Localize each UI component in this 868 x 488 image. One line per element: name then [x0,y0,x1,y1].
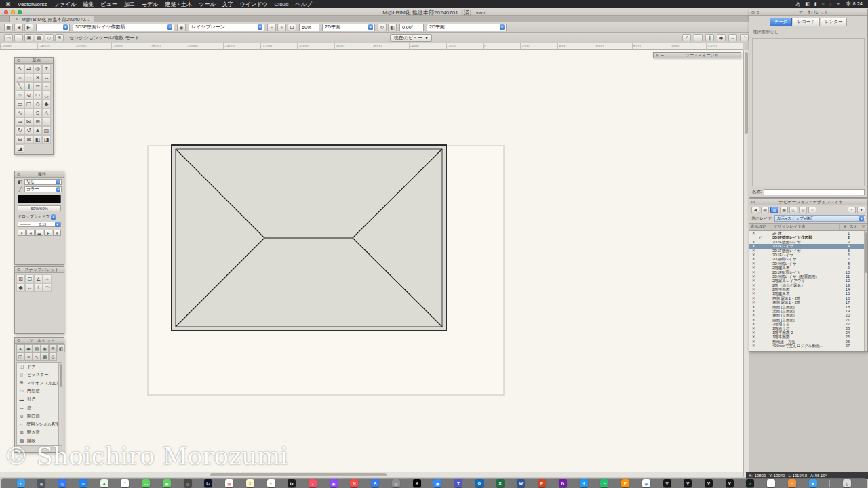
class-dropdown[interactable]: ▾ [36,24,70,31]
wifi-icon[interactable]: ≈ [822,2,825,7]
constraint-perpendicular-icon[interactable]: ⊥ [694,34,703,41]
mode-touching[interactable]: ▩ [35,34,43,41]
messages[interactable]: … [142,479,150,487]
pan-tool[interactable]: ⇄ [24,64,33,73]
menu-item[interactable]: ビュー [100,1,117,8]
toolset-site[interactable]: ▤ [33,344,41,352]
other-layers-dropdown[interactable]: 表示+スナップ+修正 ▾ [774,215,865,222]
dimension-tool[interactable]: ⇔ [42,82,51,91]
active-layer-dropdown[interactable]: 3D3F壁面レイヤ作図順 ▾ [73,24,174,31]
toolset-interior[interactable]: ◆ [24,344,33,352]
viewbar-menu-icon[interactable]: ▦ [4,24,13,31]
column-story[interactable]: ストーリ [848,224,867,230]
collapse-icon[interactable]: ━ [661,53,664,58]
menubar-clock[interactable]: 水 8:24 [846,1,863,7]
circle-tool[interactable]: ○ [16,91,24,100]
gradient-tool[interactable]: ◨ [42,135,51,144]
snap-palette-title-bar[interactable]: スナップパレット [15,267,64,273]
vertical-scrollbar-thumb[interactable] [745,52,748,134]
connect-tool[interactable]: ∟ [42,117,51,126]
vectorworks-2019[interactable]: V [684,479,692,487]
tool-wall[interactable]: ═ 壁 [17,404,62,412]
menu-item[interactable]: 加工 [124,1,135,8]
rotate-tool[interactable]: ↻ [16,126,24,135]
render-mode-dropdown[interactable]: 2D平面 ▾ [427,24,507,31]
horizontal-scrollbar-thumb[interactable] [210,473,387,476]
view-dropdown[interactable]: 2D平面 ▾ [322,24,375,31]
data-palette-tab[interactable]: データ [770,18,792,26]
zoom-out-icon[interactable]: − [267,24,276,31]
toolset-misc[interactable]: ⊙ [49,352,57,361]
tab-classes-icon[interactable]: ▤ [761,207,769,214]
reminders[interactable]: ● [267,479,275,487]
control-center-icon[interactable]: ≡ [837,2,840,7]
vectorworks-2020[interactable]: V [705,479,713,487]
tab-sheet-layers-icon[interactable]: ▦ [780,207,788,214]
marker-line-button[interactable]: ▬ [35,230,43,236]
palette-close-button[interactable] [17,59,20,62]
clip-tool[interactable]: ⊟ [16,135,24,144]
tab-viewports-icon[interactable]: ◫ [789,207,797,214]
projection-icon[interactable]: ◧ [388,24,397,31]
mode-lasso[interactable]: ◌ [14,34,23,41]
outlook[interactable]: O [475,479,484,487]
polyline-tool[interactable]: ∿ [16,108,24,117]
polygon-tool[interactable]: ◇ [33,100,42,108]
finder[interactable]: ◐ [17,479,25,487]
toolset-stairs[interactable]: ≡ [24,352,33,361]
mode-rectangle-marquee[interactable]: ▭ [4,34,13,41]
drawing-canvas[interactable] [0,50,743,472]
oval-tool[interactable]: ⊙ [24,91,33,100]
zoom-in-icon[interactable]: ＋ [277,24,286,31]
tool-round-wall[interactable]: ◠ 円型壁 [17,388,62,396]
column-layer-name[interactable]: デザインレイヤ名 [772,224,840,230]
tab-close-icon[interactable]: ✕ [15,16,18,22]
vertical-scrollbar[interactable] [743,50,749,477]
double-line-tool[interactable]: ∥ [24,82,33,91]
marker-right-button[interactable]: ► [44,230,52,236]
constraint-tangent-icon[interactable]: ◠ [740,34,749,41]
photo-booth[interactable]: ◎ [184,479,192,487]
preview[interactable]: ◔ [767,479,775,487]
snap-distance[interactable]: ↔ [25,283,34,292]
layer-table-scrollbar[interactable] [864,231,867,351]
eraser-tool[interactable]: ✕ [33,73,42,82]
tape-measure-tool[interactable]: ↔ [42,73,51,82]
regular-polygon-tool[interactable]: ◆ [42,100,51,108]
menu-item[interactable]: Vectorworks [18,1,47,7]
menu-item[interactable]: 編集 [83,1,94,8]
system-settings[interactable]: ◎ [392,479,400,487]
constraint-distance-icon[interactable]: ↔ [728,34,737,41]
notes[interactable]: ≡ [246,479,254,487]
menu-item[interactable]: Cloud [275,1,289,7]
rotation-angle-field[interactable]: 0.00° [399,24,424,31]
snap-tangent[interactable]: ◠ [43,283,52,292]
object-name-field[interactable] [764,189,865,195]
toolset-walls[interactable]: ◫ [16,352,24,361]
snap-smart-point[interactable]: ◆ [16,283,25,292]
excel[interactable]: X [496,479,505,487]
toolset-detail[interactable]: ◉ [41,344,49,352]
offset-tool[interactable]: ⇒ [16,117,24,126]
x-twitter[interactable]: X [413,479,421,487]
vectorworks-2021[interactable]: V [726,479,734,487]
powerpoint[interactable]: P [538,479,546,487]
tool-wall-symbol[interactable]: ⌂ 壁用シンボル配置 [17,420,62,428]
basic-palette-title-bar[interactable]: 基本 [15,58,53,64]
lightroom[interactable]: Lr [204,479,212,487]
marker-end-dropdown[interactable]: ▾ [53,230,61,236]
maps[interactable]: ▲ [100,479,108,487]
mode-inside[interactable]: ▣ [24,34,33,41]
marker-start-dropdown[interactable]: ▾ [18,230,26,236]
tool-sliding-door[interactable]: ▬ 引戸 [17,396,62,404]
orbit-icon[interactable]: ↻ [378,24,387,31]
toolset-building[interactable]: ▲ [16,344,24,352]
photos[interactable]: ＊ [121,479,129,487]
numbers[interactable]: = [600,479,608,487]
line-weight-dropdown[interactable]: ──── 0.13 ▾ [18,222,61,227]
zoom-field[interactable]: 60% [299,24,319,31]
drop-shadow-toggle[interactable]: ▾ [51,214,56,220]
shade-tool[interactable]: ◧ [33,135,42,144]
display-icon[interactable]: ◧ [805,1,810,7]
tool-opening[interactable]: ∪ 開口部 [17,412,62,420]
